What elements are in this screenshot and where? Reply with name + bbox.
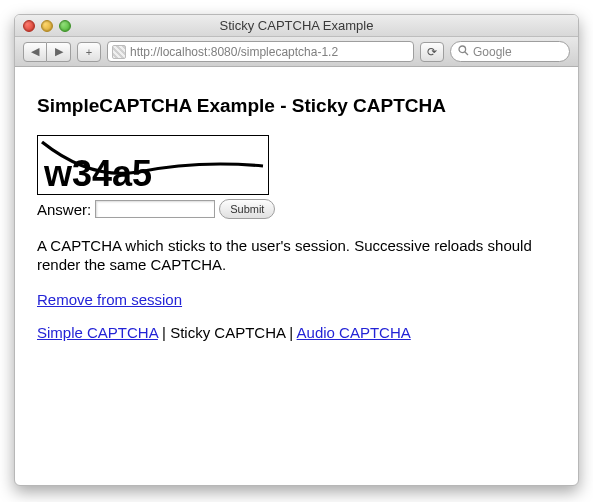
answer-label: Answer:	[37, 201, 91, 218]
window-controls	[23, 20, 71, 32]
back-icon: ◀	[31, 45, 39, 58]
reload-icon: ⟳	[427, 45, 437, 59]
simple-captcha-link[interactable]: Simple CAPTCHA	[37, 324, 158, 341]
page-heading: SimpleCAPTCHA Example - Sticky CAPTCHA	[37, 95, 556, 117]
submit-button[interactable]: Submit	[219, 199, 275, 219]
forward-button[interactable]: ▶	[47, 42, 71, 62]
minimize-icon[interactable]	[41, 20, 53, 32]
nav-separator: |	[289, 324, 296, 341]
url-text: http://localhost:8080/simplecaptcha-1.2	[130, 45, 409, 59]
audio-captcha-link[interactable]: Audio CAPTCHA	[297, 324, 411, 341]
plus-icon: +	[86, 46, 92, 58]
browser-toolbar: ◀ ▶ + http://localhost:8080/simplecaptch…	[15, 37, 578, 67]
forward-icon: ▶	[55, 45, 63, 58]
nav-button-group: ◀ ▶	[23, 42, 71, 62]
svg-point-0	[459, 46, 466, 53]
back-button[interactable]: ◀	[23, 42, 47, 62]
captcha-nav: Simple CAPTCHA | Sticky CAPTCHA | Audio …	[37, 324, 556, 341]
page-content: SimpleCAPTCHA Example - Sticky CAPTCHA w…	[15, 67, 578, 359]
answer-input[interactable]	[95, 200, 215, 218]
titlebar: Sticky CAPTCHA Example	[15, 15, 578, 37]
site-favicon-icon	[112, 45, 126, 59]
url-bar[interactable]: http://localhost:8080/simplecaptcha-1.2	[107, 41, 414, 62]
remove-session-link[interactable]: Remove from session	[37, 291, 182, 308]
browser-search-field[interactable]: Google	[450, 41, 570, 62]
captcha-text: w34a5	[43, 153, 152, 194]
remove-row: Remove from session	[37, 291, 556, 308]
captcha-description: A CAPTCHA which sticks to the user's ses…	[37, 237, 537, 275]
window-title: Sticky CAPTCHA Example	[15, 18, 578, 33]
close-icon[interactable]	[23, 20, 35, 32]
answer-row: Answer: Submit	[37, 199, 556, 219]
captcha-image: w34a5	[37, 135, 269, 195]
add-bookmark-button[interactable]: +	[77, 42, 101, 62]
svg-line-1	[465, 52, 468, 55]
search-placeholder: Google	[473, 45, 512, 59]
reload-button[interactable]: ⟳	[420, 42, 444, 62]
zoom-icon[interactable]	[59, 20, 71, 32]
search-icon	[458, 45, 469, 58]
sticky-captcha-current: Sticky CAPTCHA	[170, 324, 285, 341]
nav-separator: |	[162, 324, 170, 341]
browser-window: Sticky CAPTCHA Example ◀ ▶ + http://loca…	[14, 14, 579, 486]
